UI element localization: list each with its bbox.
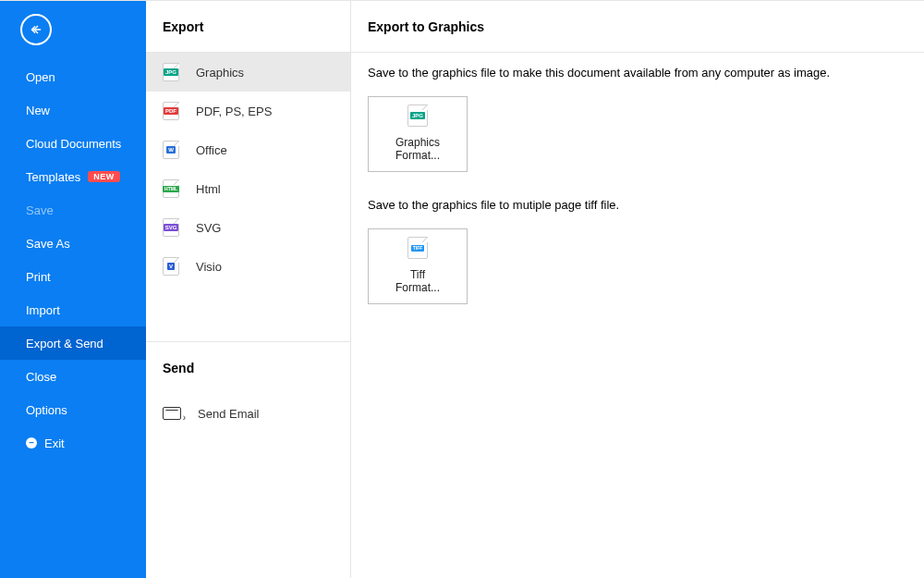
card-label: TiffFormat... (395, 268, 440, 295)
jpg-icon: JPG (407, 105, 428, 127)
nav-label: Options (26, 403, 67, 417)
export-item-visio[interactable]: V Visio (146, 247, 350, 286)
nav-open[interactable]: Open (0, 60, 146, 93)
content-body: Save to the graphics file to make this d… (351, 53, 924, 343)
content-header: Export to Graphics (351, 1, 924, 53)
send-section-header: Send (146, 342, 350, 394)
export-item-html[interactable]: HTML Html (146, 169, 350, 208)
html-icon: HTML (163, 179, 179, 198)
export-item-graphics[interactable]: JPG Graphics (146, 53, 350, 92)
export-item-office[interactable]: W Office (146, 130, 350, 169)
tiff-icon: TIFF (407, 237, 428, 259)
app-root: Open New Cloud Documents Templates NEW S… (0, 0, 924, 578)
export-send-panel: Export JPG Graphics PDF PDF, PS, EPS W O… (146, 1, 351, 578)
export-item-svg[interactable]: SVG SVG (146, 208, 350, 247)
nav-label: New (26, 104, 50, 117)
tiff-format-card[interactable]: TIFF TiffFormat... (368, 228, 468, 304)
pdf-icon: PDF (163, 102, 179, 120)
export-item-label: SVG (196, 221, 221, 235)
nav-label: Export & Send (26, 337, 103, 350)
send-section: › Send Email (146, 394, 350, 433)
nav-close[interactable]: Close (0, 360, 146, 393)
nav-templates[interactable]: Templates NEW (0, 160, 146, 193)
export-item-label: PDF, PS, EPS (196, 105, 272, 118)
nav-cloud-documents[interactable]: Cloud Documents (0, 127, 146, 160)
tiff-description: Save to the graphics file to mutiple pag… (368, 198, 907, 212)
graphics-format-card[interactable]: JPG GraphicsFormat... (368, 96, 468, 172)
file-menu-sidebar: Open New Cloud Documents Templates NEW S… (0, 1, 146, 578)
nav-label: Exit (44, 437, 65, 450)
mail-icon: › (163, 407, 181, 420)
nav-label: Close (26, 370, 56, 384)
nav-label: Templates (26, 170, 80, 184)
nav-label: Save As (26, 237, 70, 251)
back-button[interactable] (20, 14, 52, 45)
nav-print[interactable]: Print (0, 260, 146, 293)
nav-save-as[interactable]: Save As (0, 227, 146, 260)
nav-label: Cloud Documents (26, 137, 121, 151)
nav-exit[interactable]: – Exit (0, 426, 146, 460)
jpg-icon: JPG (163, 63, 179, 81)
export-section-header: Export (146, 1, 350, 53)
nav-label: Import (26, 303, 60, 317)
nav-label: Open (26, 70, 55, 84)
graphics-description: Save to the graphics file to make this d… (368, 66, 907, 80)
export-item-label: Visio (196, 260, 222, 274)
word-icon: W (163, 141, 179, 159)
content-panel: Export to Graphics Save to the graphics … (351, 1, 924, 578)
export-item-label: Graphics (196, 66, 244, 80)
nav-new[interactable]: New (0, 93, 146, 127)
export-item-pdf[interactable]: PDF PDF, PS, EPS (146, 92, 350, 130)
nav-label: Print (26, 270, 51, 284)
nav-options[interactable]: Options (0, 393, 146, 426)
nav-save[interactable]: Save (0, 193, 146, 227)
nav-label: Save (26, 203, 54, 217)
export-item-label: Html (196, 182, 221, 196)
card-label: GraphicsFormat... (395, 136, 440, 163)
export-item-label: Office (196, 143, 227, 157)
svg-icon: SVG (163, 218, 179, 237)
exit-icon: – (26, 437, 37, 449)
back-arrow-icon (29, 22, 43, 37)
nav-export-send[interactable]: Export & Send (0, 326, 146, 360)
send-item-email[interactable]: › Send Email (146, 394, 350, 433)
visio-icon: V (163, 257, 179, 276)
export-section: JPG Graphics PDF PDF, PS, EPS W Office H… (146, 53, 350, 342)
nav-import[interactable]: Import (0, 293, 146, 326)
send-item-label: Send Email (198, 407, 259, 421)
new-badge: NEW (88, 171, 120, 182)
